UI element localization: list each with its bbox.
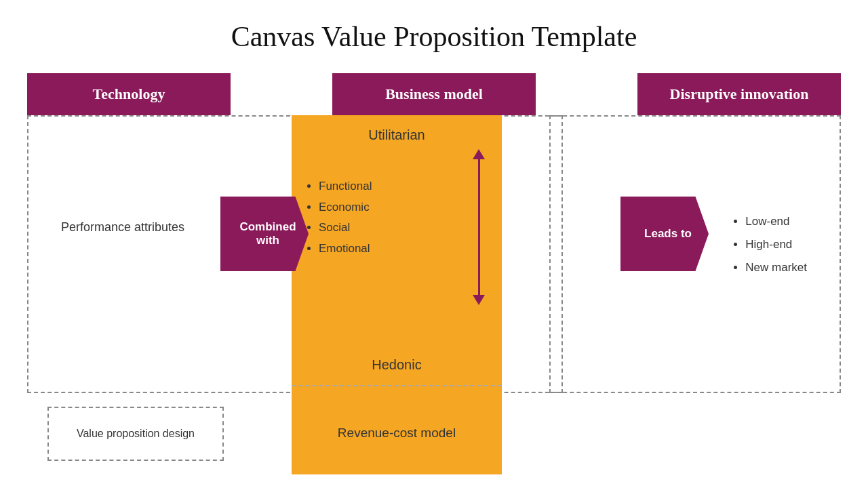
- orange-column: Utilitarian Functional Economic Social E…: [292, 115, 502, 474]
- bullet-economic: Economic: [319, 197, 372, 218]
- vertical-arrow: [473, 149, 485, 305]
- main-area: Performance attributes Utilitarian Funct…: [27, 115, 841, 474]
- orange-inner: Utilitarian Functional Economic Social E…: [292, 115, 502, 474]
- leads-to-label: Leads to: [620, 197, 709, 271]
- page-title: Canvas Value Proposition Template: [27, 0, 841, 73]
- combined-with-label: Combined with: [220, 197, 309, 271]
- arrow-up-icon: [473, 149, 485, 159]
- divider: [292, 385, 502, 386]
- page: Canvas Value Proposition Template Techno…: [0, 0, 868, 488]
- arrow-shaft: [478, 159, 480, 295]
- hedonic-label: Hedonic: [292, 357, 502, 373]
- technology-header: Technology: [27, 73, 231, 115]
- bullet-new-market: New market: [745, 256, 807, 279]
- performance-attributes-text: Performance attributes: [61, 220, 184, 235]
- header-row: Technology Business model Disruptive inn…: [27, 73, 841, 115]
- revenue-cost-label: Revenue-cost model: [292, 426, 502, 441]
- leads-to-arrow: Leads to: [620, 197, 709, 271]
- bullet-emotional: Emotional: [319, 239, 372, 260]
- disruptive-innovation-header: Disruptive innovation: [637, 73, 841, 115]
- center-bullet-list: Functional Economic Social Emotional: [305, 176, 372, 259]
- arrow-down-icon: [473, 295, 485, 305]
- right-bullet-list: Low-end High-end New market: [732, 210, 807, 279]
- bullet-functional: Functional: [319, 176, 372, 197]
- value-proposition-container: Value proposition design: [47, 407, 224, 461]
- business-model-header: Business model: [332, 73, 536, 115]
- utilitarian-label: Utilitarian: [292, 115, 502, 143]
- value-proposition-label: Value proposition design: [77, 428, 195, 440]
- bullet-social: Social: [319, 218, 372, 239]
- bullet-high-end: High-end: [745, 233, 807, 256]
- combined-with-arrow: Combined with: [220, 197, 309, 271]
- bullet-low-end: Low-end: [745, 210, 807, 233]
